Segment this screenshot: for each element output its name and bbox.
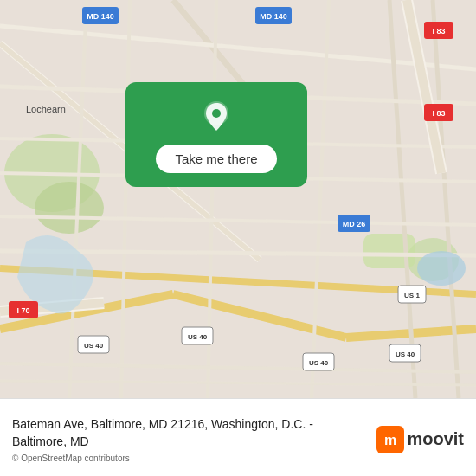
moovit-logo-icon: m bbox=[376, 426, 404, 453]
map-background: MD 140 MD 140 I 83 I 83 MD 26 I 70 US 40… bbox=[0, 0, 476, 398]
address-text: Bateman Ave, Baltimore, MD 21216, Washin… bbox=[12, 415, 368, 451]
footer-content: Bateman Ave, Baltimore, MD 21216, Washin… bbox=[12, 415, 464, 464]
svg-text:MD 26: MD 26 bbox=[343, 220, 366, 228]
svg-point-31 bbox=[417, 251, 466, 286]
footer: Bateman Ave, Baltimore, MD 21216, Washin… bbox=[0, 398, 476, 476]
svg-text:I 83: I 83 bbox=[432, 109, 445, 118]
svg-text:US 40: US 40 bbox=[84, 342, 104, 350]
svg-text:MD 140: MD 140 bbox=[260, 12, 287, 21]
svg-text:I 70: I 70 bbox=[16, 306, 29, 315]
svg-text:US 40: US 40 bbox=[188, 333, 208, 341]
take-me-there-button[interactable]: Take me there bbox=[156, 145, 276, 173]
svg-text:US 40: US 40 bbox=[396, 351, 415, 358]
moovit-brand-text: moovit bbox=[407, 429, 464, 449]
osm-credit: © OpenStreetMap contributors bbox=[12, 453, 368, 463]
map-container: MD 140 MD 140 I 83 I 83 MD 26 I 70 US 40… bbox=[0, 0, 476, 398]
svg-text:MD 140: MD 140 bbox=[87, 12, 114, 21]
svg-text:I 83: I 83 bbox=[432, 27, 445, 35]
svg-text:Lochearn: Lochearn bbox=[26, 104, 66, 114]
location-pin-icon bbox=[197, 98, 235, 136]
svg-point-58 bbox=[212, 109, 221, 118]
cta-overlay: Take me there bbox=[125, 82, 307, 187]
svg-text:US 40: US 40 bbox=[309, 359, 329, 367]
svg-point-2 bbox=[35, 182, 104, 234]
svg-text:m: m bbox=[384, 433, 396, 447]
svg-text:US 1: US 1 bbox=[404, 292, 420, 299]
moovit-logo: m moovit bbox=[376, 426, 464, 453]
